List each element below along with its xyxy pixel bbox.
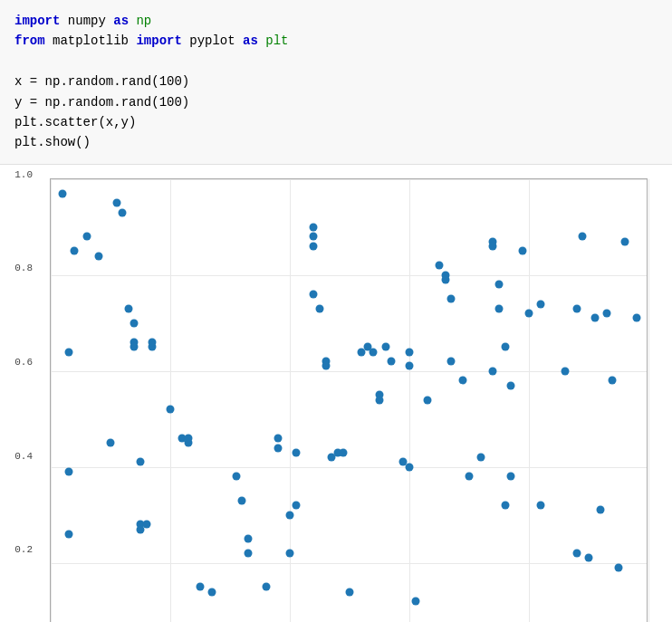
- scatter-dot: [149, 338, 157, 346]
- scatter-dot: [292, 502, 300, 510]
- gridline-vertical: [170, 179, 171, 622]
- scatter-dot: [316, 304, 324, 312]
- scatter-dot: [406, 348, 414, 356]
- scatter-dot: [632, 314, 640, 322]
- scatter-dot: [381, 343, 389, 351]
- scatter-dot: [262, 583, 270, 591]
- scatter-dot: [310, 290, 318, 298]
- scatter-dot: [142, 521, 150, 529]
- scatter-dot: [597, 506, 605, 514]
- scatter-dot: [489, 242, 497, 250]
- scatter-dot: [184, 434, 192, 442]
- code-block: import numpy as npfrom matplotlib import…: [0, 0, 672, 165]
- scatter-dot: [346, 588, 354, 596]
- scatter-dot: [376, 396, 384, 404]
- y-axis-label: 0.6: [14, 357, 36, 368]
- gridline-horizontal: [51, 467, 647, 468]
- scatter-dot: [561, 367, 569, 375]
- scatter-dot: [340, 448, 348, 456]
- scatter-dot: [119, 208, 127, 216]
- scatter-dot: [406, 362, 414, 370]
- scatter-dot: [310, 233, 318, 241]
- scatter-dot: [466, 473, 474, 481]
- scatter-dot: [322, 362, 330, 370]
- scatter-dot: [244, 535, 252, 543]
- scatter-dot: [459, 377, 467, 385]
- scatter-dot: [590, 314, 599, 322]
- y-axis-label: 0.2: [14, 544, 36, 555]
- scatter-dot: [274, 434, 282, 442]
- gridline-vertical: [648, 179, 649, 622]
- scatter-dot: [59, 189, 67, 197]
- gridline-vertical: [409, 179, 410, 622]
- scatter-dot: [447, 295, 456, 303]
- scatter-dot: [411, 598, 419, 606]
- scatter-dot: [519, 247, 527, 255]
- gridline-horizontal: [51, 563, 647, 564]
- code-line: y = np.random.rand(100): [14, 92, 658, 112]
- scatter-dot: [310, 223, 318, 231]
- scatter-dot: [64, 348, 72, 356]
- scatter-dot: [501, 343, 509, 351]
- scatter-dot: [537, 502, 545, 510]
- y-axis-label: 0.8: [14, 263, 36, 273]
- code-line: plt.show(): [14, 132, 658, 152]
- scatter-dot: [232, 473, 240, 481]
- scatter-dot: [423, 396, 431, 404]
- scatter-dot: [620, 237, 629, 245]
- code-line: x = np.random.rand(100): [14, 72, 658, 91]
- scatter-dot: [489, 367, 497, 375]
- scatter-dot: [112, 199, 120, 207]
- scatter-dot: [124, 304, 132, 312]
- scatter-dot: [501, 502, 509, 510]
- scatter-dot: [525, 310, 533, 318]
- y-axis-labels: 1.00.80.60.40.20.0: [0, 169, 36, 622]
- scatter-dot: [167, 406, 175, 414]
- scatter-dot: [370, 348, 378, 356]
- y-axis-label: 1.0: [14, 169, 36, 180]
- code-line: from matplotlib import pyplot as plt: [14, 31, 658, 51]
- scatter-dot: [602, 310, 610, 318]
- scatter-dot: [572, 304, 581, 312]
- scatter-dot: [507, 381, 515, 389]
- scatter-dot: [310, 242, 318, 250]
- scatter-dot: [286, 511, 294, 519]
- scatter-dot: [495, 304, 504, 312]
- scatter-dot: [495, 281, 504, 289]
- scatter-dot: [137, 458, 145, 466]
- scatter-dot: [71, 247, 79, 255]
- scatter-dot: [286, 550, 294, 558]
- scatter-dot: [406, 463, 414, 471]
- scatter-dot: [82, 233, 91, 241]
- gridline-horizontal: [51, 371, 647, 372]
- scatter-dot: [388, 358, 396, 366]
- scatter-dot: [64, 530, 72, 538]
- scatter-dot: [208, 588, 216, 596]
- gridline-horizontal: [51, 275, 647, 276]
- scatter-dot: [107, 439, 115, 447]
- scatter-dot: [94, 252, 102, 260]
- scatter-dot: [447, 358, 456, 366]
- scatter-dot: [579, 233, 587, 241]
- scatter-dot: [436, 262, 444, 270]
- gridline-vertical: [51, 179, 52, 622]
- scatter-dot: [572, 550, 581, 558]
- scatter-dot: [130, 343, 139, 351]
- chart-area: CSDN@微小冷: [50, 178, 648, 622]
- scatter-dot: [274, 444, 282, 452]
- code-line: plt.scatter(x,y): [14, 112, 658, 132]
- scatter-dot: [441, 276, 449, 284]
- code-line: import numpy as np: [14, 11, 658, 31]
- gridline-vertical: [529, 179, 530, 622]
- scatter-dot: [537, 300, 545, 308]
- gridline-horizontal: [51, 179, 647, 180]
- scatter-dot: [507, 473, 515, 481]
- scatter-dot: [130, 319, 139, 327]
- scatter-dot: [64, 468, 72, 476]
- scatter-dot: [197, 583, 205, 591]
- code-line: [14, 52, 658, 72]
- chart-container: 1.00.80.60.40.20.0 CSDN@微小冷 0.00.20.40.6…: [0, 165, 672, 622]
- scatter-dot: [615, 564, 623, 572]
- scatter-dot: [292, 448, 300, 456]
- scatter-dot: [238, 496, 246, 504]
